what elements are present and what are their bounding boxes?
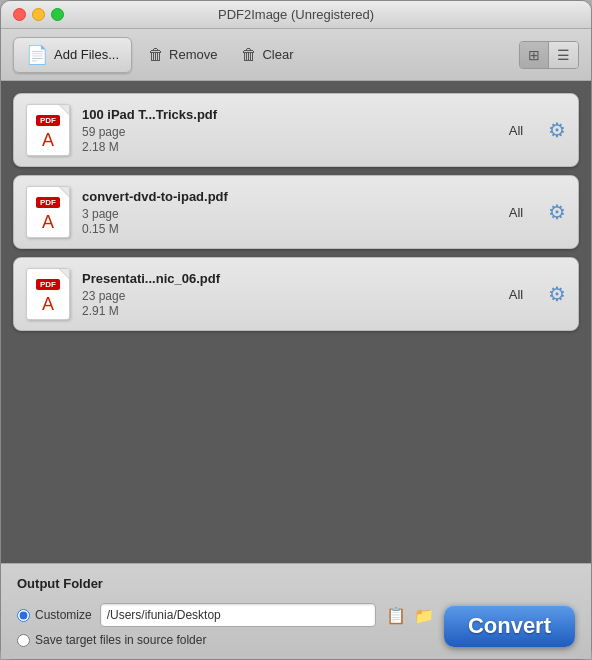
file-name: convert-dvd-to-ipad.pdf bbox=[82, 189, 484, 204]
file-size: 2.91 M bbox=[82, 304, 484, 318]
source-radio[interactable] bbox=[17, 634, 30, 647]
source-folder-row: Save target files in source folder bbox=[17, 633, 436, 647]
pdf-icon: PDF A bbox=[26, 268, 70, 320]
output-path-input[interactable] bbox=[100, 603, 376, 627]
pdf-icon: PDF A bbox=[26, 186, 70, 238]
file-list: PDF A 100 iPad T...Tricks.pdf 59 page 2.… bbox=[1, 81, 591, 563]
table-row[interactable]: PDF A convert-dvd-to-ipad.pdf 3 page 0.1… bbox=[13, 175, 579, 249]
add-files-button[interactable]: 📄 Add Files... bbox=[13, 37, 132, 73]
browse-folder-button[interactable]: 📁 bbox=[412, 606, 436, 625]
title-bar: PDF2Image (Unregistered) bbox=[1, 1, 591, 29]
table-row[interactable]: PDF A Presentati...nic_06.pdf 23 page 2.… bbox=[13, 257, 579, 331]
window-title: PDF2Image (Unregistered) bbox=[218, 7, 374, 22]
settings-icon[interactable]: ⚙ bbox=[548, 200, 566, 224]
file-pages: 23 page bbox=[82, 289, 484, 303]
clear-icon: 🗑 bbox=[241, 46, 257, 64]
remove-button[interactable]: 🗑 Remove bbox=[140, 42, 225, 68]
view-switcher: ⊞ ☰ bbox=[519, 41, 579, 69]
file-info: Presentati...nic_06.pdf 23 page 2.91 M bbox=[82, 271, 484, 318]
bottom-panel: Output Folder Customize 📋 📁 bbox=[1, 563, 591, 659]
pdf-icon: PDF A bbox=[26, 104, 70, 156]
pages-range-label: All bbox=[496, 287, 536, 302]
file-pages: 59 page bbox=[82, 125, 484, 139]
file-info: 100 iPad T...Tricks.pdf 59 page 2.18 M bbox=[82, 107, 484, 154]
grid-view-button[interactable]: ⊞ bbox=[520, 42, 549, 68]
customize-label: Customize bbox=[35, 608, 92, 622]
bottom-controls: Customize 📋 📁 Save target files in sourc… bbox=[17, 603, 575, 647]
trash-icon: 🗑 bbox=[148, 46, 164, 64]
toolbar: 📄 Add Files... 🗑 Remove 🗑 Clear ⊞ ☰ bbox=[1, 29, 591, 81]
source-label: Save target files in source folder bbox=[35, 633, 206, 647]
settings-icon[interactable]: ⚙ bbox=[548, 282, 566, 306]
convert-button[interactable]: Convert bbox=[444, 605, 575, 647]
traffic-lights bbox=[13, 8, 64, 21]
output-folder-title: Output Folder bbox=[17, 576, 575, 591]
pages-range-label: All bbox=[496, 205, 536, 220]
customize-radio[interactable] bbox=[17, 609, 30, 622]
file-size: 2.18 M bbox=[82, 140, 484, 154]
close-button[interactable] bbox=[13, 8, 26, 21]
add-files-icon: 📄 bbox=[26, 44, 48, 66]
customize-radio-label[interactable]: Customize bbox=[17, 608, 92, 622]
main-window: PDF2Image (Unregistered) 📄 Add Files... … bbox=[0, 0, 592, 660]
customize-row: Customize 📋 📁 bbox=[17, 603, 436, 627]
maximize-button[interactable] bbox=[51, 8, 64, 21]
file-size: 0.15 M bbox=[82, 222, 484, 236]
settings-icon[interactable]: ⚙ bbox=[548, 118, 566, 142]
clear-button[interactable]: 🗑 Clear bbox=[233, 42, 301, 68]
file-name: 100 iPad T...Tricks.pdf bbox=[82, 107, 484, 122]
bottom-left: Customize 📋 📁 Save target files in sourc… bbox=[17, 603, 436, 647]
file-pages: 3 page bbox=[82, 207, 484, 221]
add-files-label: Add Files... bbox=[54, 47, 119, 62]
remove-label: Remove bbox=[169, 47, 217, 62]
list-view-button[interactable]: ☰ bbox=[549, 42, 578, 68]
clear-label: Clear bbox=[262, 47, 293, 62]
table-row[interactable]: PDF A 100 iPad T...Tricks.pdf 59 page 2.… bbox=[13, 93, 579, 167]
source-radio-label[interactable]: Save target files in source folder bbox=[17, 633, 206, 647]
folder-browse-icons: 📋 📁 bbox=[384, 606, 436, 625]
file-name: Presentati...nic_06.pdf bbox=[82, 271, 484, 286]
pages-range-label: All bbox=[496, 123, 536, 138]
browse-files-button[interactable]: 📋 bbox=[384, 606, 408, 625]
minimize-button[interactable] bbox=[32, 8, 45, 21]
file-info: convert-dvd-to-ipad.pdf 3 page 0.15 M bbox=[82, 189, 484, 236]
